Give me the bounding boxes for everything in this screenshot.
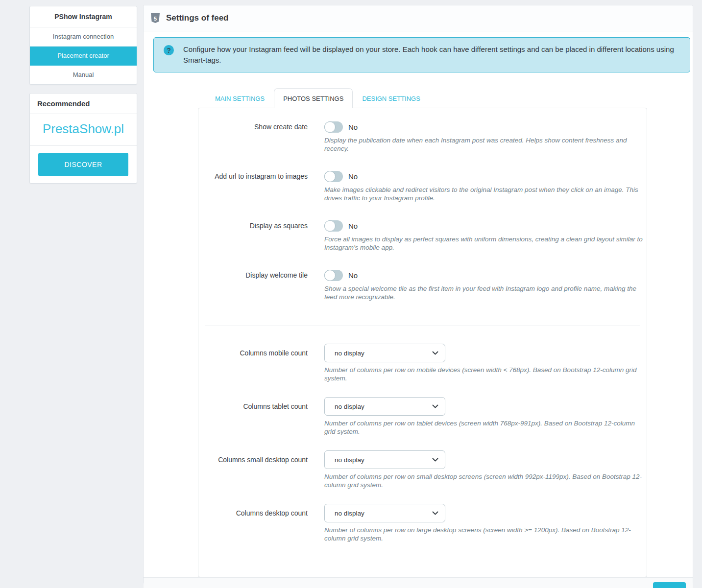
toggle-knob <box>324 270 336 281</box>
select-value: no display <box>335 403 364 410</box>
select-value: no display <box>335 510 364 517</box>
form-wrap: MAIN SETTINGS PHOTOS SETTINGS DESIGN SET… <box>198 88 647 577</box>
help-text: Number of columns per row on tablet devi… <box>324 419 648 436</box>
form-row-show-create-date: Show create date No Display the publicat… <box>205 121 640 153</box>
tab-strip: MAIN SETTINGS PHOTOS SETTINGS DESIGN SET… <box>198 88 647 108</box>
toggle-state-label: No <box>348 222 358 230</box>
page-title: Settings of feed <box>166 13 229 23</box>
field-label: Display as squares <box>205 220 308 232</box>
columns-mobile-count-select[interactable]: no display <box>324 344 445 362</box>
toggle-state-label: No <box>348 271 358 280</box>
panel-footer: Save <box>144 577 693 588</box>
help-text: Force all images to display as perfect s… <box>324 235 648 252</box>
settings-panel: 5 Settings of feed ? Configure how your … <box>143 5 693 584</box>
help-text: Show a special welcome tile as the first… <box>324 284 648 301</box>
module-nav-card: PShow Instagram Instagram connection Pla… <box>29 6 137 85</box>
sidebar-item-manual[interactable]: Manual <box>30 66 137 84</box>
help-text: Number of columns per row on mobile devi… <box>324 366 648 382</box>
recommended-title: Recommended <box>30 94 137 114</box>
columns-tablet-count-select[interactable]: no display <box>324 397 445 416</box>
field-label: Columns tablet count <box>205 397 308 416</box>
field-label: Columns small desktop count <box>205 450 308 469</box>
discover-button[interactable]: DISCOVER <box>38 153 128 176</box>
columns-desktop-count-select[interactable]: no display <box>324 504 445 522</box>
photos-settings-form: Show create date No Display the publicat… <box>198 108 647 577</box>
select-value: no display <box>335 350 364 357</box>
html5-icon: 5 <box>150 13 160 24</box>
help-text: Number of columns per row on large deskt… <box>324 526 648 542</box>
help-text: Display the publication date when each I… <box>324 136 648 153</box>
recommended-card: Recommended PrestaShow.pl DISCOVER <box>29 93 137 184</box>
form-row-add-url: Add url to instagram to images No Make i… <box>205 171 640 202</box>
form-row-columns-tablet: Columns tablet count no display Number o… <box>205 397 640 436</box>
section-divider <box>205 326 640 326</box>
columns-small-desktop-count-select[interactable]: no display <box>324 450 445 469</box>
tab-photos-settings[interactable]: PHOTOS SETTINGS <box>274 88 353 108</box>
display-welcome-tile-toggle[interactable] <box>324 270 343 281</box>
sidebar-item-placement-creator[interactable]: Placement creator <box>30 47 137 66</box>
field-label: Show create date <box>205 121 308 133</box>
form-row-columns-mobile: Columns mobile count no display Number o… <box>205 344 640 382</box>
info-alert-text: Configure how your Instagram feed will b… <box>183 44 674 66</box>
panel-header: 5 Settings of feed <box>144 5 693 31</box>
field-label: Columns desktop count <box>205 504 308 522</box>
toggle-state-label: No <box>348 172 358 181</box>
info-alert: ? Configure how your Instagram feed will… <box>153 37 690 72</box>
module-title: PShow Instagram <box>30 6 137 27</box>
help-text: Number of columns per row on small deskt… <box>324 472 648 489</box>
show-create-date-toggle[interactable] <box>324 121 343 133</box>
field-label: Add url to instagram to images <box>205 171 308 182</box>
help-text: Make images clickable and redirect visit… <box>324 186 648 202</box>
form-row-columns-desktop: Columns desktop count no display Number … <box>205 504 640 542</box>
field-label: Display welcome tile <box>205 270 308 281</box>
tab-main-settings[interactable]: MAIN SETTINGS <box>206 88 274 108</box>
toggle-state-label: No <box>348 123 358 131</box>
field-label: Columns mobile count <box>205 344 308 362</box>
display-as-squares-toggle[interactable] <box>324 220 343 232</box>
chevron-down-icon <box>432 404 438 409</box>
chevron-down-icon <box>432 351 438 355</box>
question-mark-icon: ? <box>164 45 174 55</box>
tab-design-settings[interactable]: DESIGN SETTINGS <box>353 88 429 108</box>
toggle-knob <box>324 121 336 133</box>
chevron-down-icon <box>432 511 438 516</box>
svg-text:5: 5 <box>154 16 157 22</box>
sidebar-item-instagram-connection[interactable]: Instagram connection <box>30 27 137 47</box>
chevron-down-icon <box>432 458 438 462</box>
discover-button-wrap: DISCOVER <box>30 146 137 183</box>
add-url-toggle[interactable] <box>324 171 343 182</box>
form-row-display-welcome-tile: Display welcome tile No Show a special w… <box>205 270 640 301</box>
toggle-knob <box>324 220 336 232</box>
select-value: no display <box>335 456 364 464</box>
panel-body: ? Configure how your Instagram feed will… <box>144 31 693 577</box>
toggle-knob <box>324 171 336 182</box>
form-row-columns-small-desktop: Columns small desktop count no display N… <box>205 450 640 489</box>
prestashow-link[interactable]: PrestaShow.pl <box>30 114 137 146</box>
save-button[interactable]: Save <box>653 582 686 588</box>
form-row-display-as-squares: Display as squares No Force all images t… <box>205 220 640 252</box>
